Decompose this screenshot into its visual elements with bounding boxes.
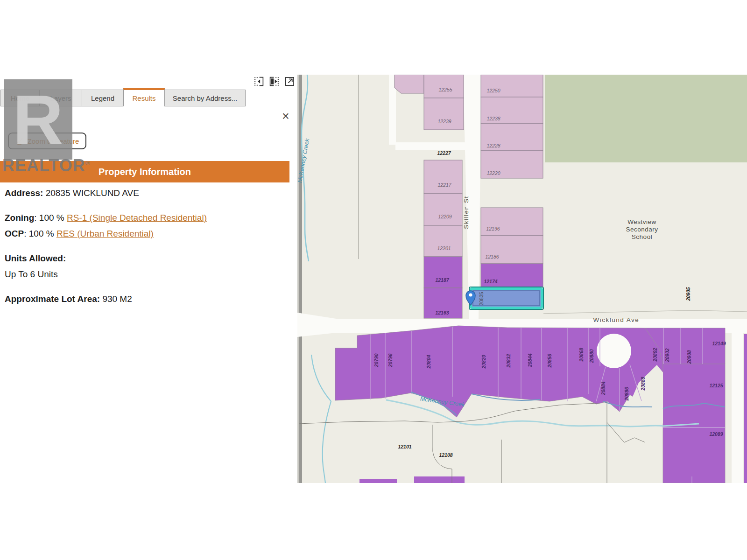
parcel-label: 12186 [485, 254, 499, 259]
zoning-label: Zoning [5, 213, 34, 223]
parcel-label: 12209 [438, 214, 451, 219]
lot-area-label: Approximate Lot Area: [5, 294, 100, 304]
tab-search-by-address[interactable]: Search by Address... [164, 90, 246, 106]
parcel-label: 20892 [652, 348, 658, 362]
open-in-new-window-icon[interactable] [284, 76, 295, 87]
property-information-title: Property Information [99, 167, 191, 177]
parcel-label: 20888 [640, 377, 646, 391]
parcel-label: 12227 [437, 150, 451, 156]
school-grounds[interactable] [545, 75, 747, 162]
street-label-wicklund-ave: Wicklund Ave [593, 316, 640, 323]
tab-layers[interactable]: Layers [39, 90, 82, 106]
parcel-label: 20844 [527, 353, 533, 367]
parcel-label: 20790 [374, 353, 379, 367]
parcel-label: 12255 [438, 87, 452, 92]
tab-legend[interactable]: Legend [82, 90, 124, 106]
address-line: Address: 20835 WICKLUND AVE [5, 188, 139, 198]
parcel-label: 12217 [437, 182, 451, 188]
map-parcel [481, 208, 543, 236]
zoning-link[interactable]: RS-1 (Single Detached Residential) [67, 213, 207, 223]
parcel-label: 12196 [486, 226, 500, 231]
zoom-to-feature-label: Zoom to Feature [28, 137, 79, 145]
map-edge-strip [297, 75, 299, 483]
address-label: Address: [5, 188, 43, 198]
parcel-label: 12108 [439, 452, 452, 458]
parcel-label: 20820 [481, 355, 486, 369]
zoom-arrow-icon [15, 137, 24, 146]
close-results-icon[interactable]: × [282, 110, 289, 123]
lot-area-value: 930 M2 [100, 294, 132, 304]
parcel-label: 20880 [589, 349, 594, 363]
parcel-label: 20886 [624, 387, 629, 401]
ocp-link[interactable]: RES (Urban Residential) [56, 229, 154, 238]
pink-parcels-west[interactable] [395, 75, 464, 257]
parcel-label: 12201 [437, 245, 451, 251]
parcel-label: 12187 [435, 277, 449, 283]
parcel-label: 12101 [398, 444, 411, 449]
map-parcel [424, 194, 462, 225]
parcel-label: 12220 [486, 170, 500, 176]
parcel-label: 20908 [686, 350, 692, 364]
parcel-label: 12238 [486, 116, 500, 121]
map-parcel [395, 75, 424, 93]
map-parcel [481, 236, 543, 264]
ocp-label: OCP [5, 229, 24, 238]
property-information-header: Property Information [0, 161, 289, 182]
map-parcel [424, 257, 462, 288]
school-label: School [632, 233, 652, 240]
parcel-label: 20832 [506, 354, 511, 368]
zoning-line: Zoning: 100 % RS-1 (Single Detached Resi… [5, 213, 207, 223]
parcel-label: 20905 [685, 287, 691, 301]
school-label: Westview [627, 218, 656, 225]
parcel-label: 12163 [435, 310, 449, 315]
map-viewport[interactable]: 1225512239122271221712209122011218712163… [297, 75, 747, 483]
parcel-boundaries-south [299, 403, 645, 483]
units-allowed-value: Up To 6 Units [5, 269, 58, 280]
parcel-label: 20796 [388, 353, 393, 367]
panel-tab-bar: Home Layers Legend Results Search by Add… [1, 88, 246, 106]
parcel-label: 20868 [578, 348, 584, 362]
ocp-line: OCP: 100 % RES (Urban Residential) [5, 229, 154, 239]
pink-parcels-east[interactable] [481, 75, 543, 264]
map-parcel [424, 160, 462, 194]
parcel-label: 20902 [664, 348, 670, 362]
parcel-label: 20835 [479, 292, 484, 305]
lot-area-line: Approximate Lot Area: 930 M2 [5, 294, 132, 304]
panel-window-controls [254, 76, 295, 87]
map-parcel [424, 225, 462, 257]
collapse-panel-left-icon[interactable] [254, 76, 264, 87]
app-window: Home Layers Legend Results Search by Add… [0, 0, 747, 560]
zoom-to-feature-button[interactable]: Zoom to Feature [8, 133, 86, 149]
map-parcel [424, 75, 464, 98]
school-label: Secondary [626, 226, 658, 233]
collapse-panel-right-icon[interactable] [269, 76, 280, 87]
map-parcel [481, 75, 543, 97]
map-parcel [424, 98, 464, 130]
purple-parcels-west[interactable] [424, 257, 462, 318]
parcel-label: 12239 [437, 119, 451, 124]
zoning-map[interactable]: 1225512239122271221712209122011218712163… [297, 75, 747, 483]
parcel-label: 20856 [547, 354, 552, 368]
parcel-label: 12125 [709, 383, 723, 388]
parcel-label: 20804 [426, 355, 431, 369]
street-label-skillen-st: Skillen St [463, 196, 470, 229]
cul-de-sac [597, 334, 631, 368]
parcel-label: 12089 [709, 431, 723, 437]
tab-results[interactable]: Results [123, 88, 165, 106]
parcel-label: 12228 [486, 143, 500, 148]
parcel-label: 20884 [600, 381, 606, 395]
parcel-boundary [543, 310, 747, 314]
parcel-label: 12149 [712, 341, 726, 346]
units-allowed-label: Units Allowed: [5, 253, 66, 264]
parcel-label: 12174 [484, 279, 497, 284]
parcel-label: 12250 [486, 88, 500, 93]
address-value: 20835 WICKLUND AVE [43, 188, 139, 198]
tab-home[interactable]: Home [0, 90, 40, 106]
